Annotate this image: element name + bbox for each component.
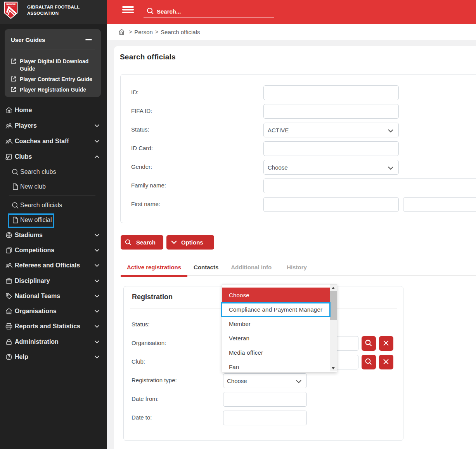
svg-text:GIBRALTAR: GIBRALTAR: [6, 3, 16, 5]
